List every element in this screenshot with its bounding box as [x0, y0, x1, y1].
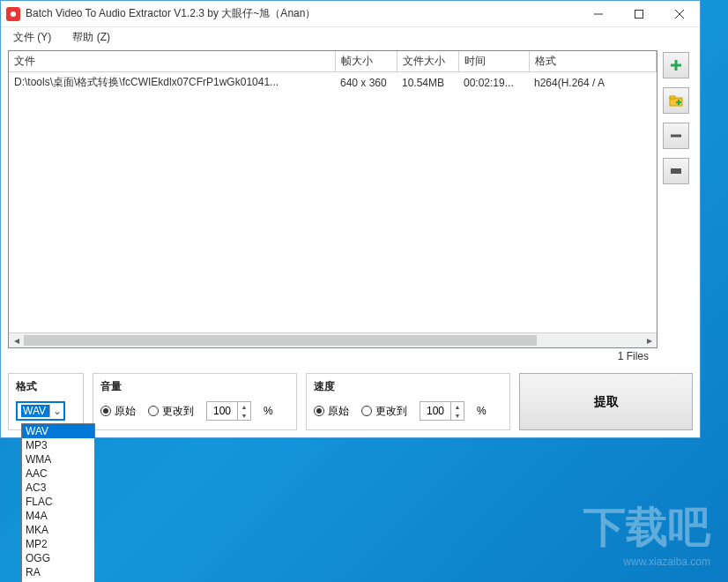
col-frame[interactable]: 帧大小	[335, 51, 397, 72]
menu-file[interactable]: 文件 (Y)	[10, 28, 55, 47]
volume-group: 音量 原始 更改到 ▲ ▼ %	[93, 373, 297, 430]
cell-file: D:\tools\桌面\格式转换\fcCWIEkdlx07CFrP1wGk010…	[9, 72, 335, 93]
format-group: 格式 WAV ⌄	[8, 373, 84, 430]
scroll-right-icon[interactable]: ▸	[642, 333, 657, 348]
speed-group: 速度 原始 更改到 ▲ ▼ %	[306, 373, 510, 430]
col-file[interactable]: 文件	[9, 51, 335, 72]
watermark-main: 下载吧	[583, 499, 710, 556]
bottom-panel: 格式 WAV ⌄ 音量 原始 更改到 ▲	[1, 369, 700, 437]
format-option[interactable]: AC3	[22, 481, 94, 495]
extract-button[interactable]: 提取	[519, 373, 693, 430]
titlebar: Batch Video To Audio Extractor V1.2.3 by…	[1, 1, 700, 27]
col-format[interactable]: 格式	[529, 51, 657, 72]
watermark-sub: www.xiazaiba.com	[623, 556, 710, 568]
radio-dot-icon	[148, 406, 159, 416]
format-option[interactable]: MKA	[22, 523, 94, 537]
speed-changeto-text: 更改到	[375, 404, 407, 419]
maximize-button[interactable]	[619, 1, 659, 26]
spinner-down-icon[interactable]: ▼	[238, 411, 250, 420]
format-option[interactable]: AAC	[22, 466, 94, 481]
format-option[interactable]: M4A	[22, 509, 94, 523]
volume-original-text: 原始	[115, 404, 136, 419]
cell-frame: 640 x 360	[335, 72, 397, 93]
extract-button-text: 提取	[594, 394, 619, 410]
volume-label: 音量	[100, 379, 289, 394]
app-icon	[6, 7, 20, 21]
volume-spinner[interactable]: ▲ ▼	[206, 401, 251, 421]
radio-dot-icon	[314, 406, 324, 416]
folder-plus-icon	[669, 93, 683, 108]
cell-filesize: 10.54MB	[397, 72, 458, 93]
format-option[interactable]: MP3	[22, 438, 94, 452]
speed-spinner[interactable]: ▲ ▼	[420, 401, 464, 421]
svg-rect-11	[671, 168, 681, 174]
volume-spinner-arrows: ▲ ▼	[237, 402, 250, 420]
minus-icon	[669, 129, 683, 143]
format-select[interactable]: WAV ⌄	[16, 401, 65, 421]
minimize-icon	[594, 10, 603, 19]
speed-spinner-arrows: ▲ ▼	[450, 402, 464, 420]
table-row[interactable]: D:\tools\桌面\格式转换\fcCWIEkdlx07CFrP1wGk010…	[9, 72, 657, 93]
volume-changeto-radio[interactable]: 更改到	[148, 404, 194, 419]
volume-percent: %	[264, 405, 273, 417]
spinner-down-icon[interactable]: ▼	[451, 411, 464, 420]
scroll-thumb[interactable]	[24, 335, 537, 346]
speed-label: 速度	[314, 379, 502, 394]
format-selected-value: WAV	[21, 405, 49, 417]
add-folder-button[interactable]	[663, 87, 689, 114]
file-table-wrap: 文件 帧大小 文件大小 时间 格式 D:\tools\桌面\格式转换\fcCWI…	[8, 50, 657, 348]
window-title: Batch Video To Audio Extractor V1.2.3 by…	[26, 6, 578, 21]
close-icon	[675, 10, 684, 19]
scroll-left-icon[interactable]: ◂	[9, 333, 24, 348]
window-buttons	[578, 1, 700, 26]
clear-button[interactable]	[663, 158, 689, 184]
minimize-button[interactable]	[578, 1, 619, 26]
maximize-icon	[635, 10, 643, 19]
format-label: 格式	[16, 379, 76, 394]
spinner-up-icon[interactable]: ▲	[451, 402, 464, 411]
add-file-button[interactable]	[663, 52, 689, 78]
speed-original-radio[interactable]: 原始	[314, 404, 349, 419]
format-dropdown-list[interactable]: WAVMP3WMAAACAC3FLACM4AMKAMP2OGGRAAIFAIFF…	[21, 423, 95, 582]
speed-percent: %	[477, 405, 487, 417]
volume-changeto-text: 更改到	[162, 404, 194, 419]
close-button[interactable]	[659, 1, 700, 26]
format-option[interactable]: MP2	[22, 537, 94, 551]
clear-icon	[669, 164, 683, 178]
radio-dot-icon	[361, 406, 372, 416]
volume-input[interactable]	[207, 405, 237, 417]
format-option[interactable]: RA	[22, 565, 94, 579]
col-filesize[interactable]: 文件大小	[397, 51, 458, 72]
speed-original-text: 原始	[328, 404, 349, 419]
format-option[interactable]: WAV	[22, 424, 94, 438]
volume-original-radio[interactable]: 原始	[100, 404, 136, 419]
menu-help[interactable]: 帮助 (Z)	[69, 28, 114, 47]
status-files: 1 Files	[8, 348, 657, 366]
content-area: 文件 帧大小 文件大小 时间 格式 D:\tools\桌面\格式转换\fcCWI…	[1, 47, 700, 369]
format-option[interactable]: FLAC	[22, 495, 94, 509]
svg-rect-7	[670, 96, 675, 99]
file-table: 文件 帧大小 文件大小 时间 格式 D:\tools\桌面\格式转换\fcCWI…	[9, 51, 657, 93]
app-window: Batch Video To Audio Extractor V1.2.3 by…	[0, 0, 701, 438]
speed-input[interactable]	[420, 405, 450, 417]
remove-button[interactable]	[663, 123, 689, 149]
svg-rect-1	[635, 10, 643, 18]
side-buttons	[663, 50, 693, 366]
table-header-row: 文件 帧大小 文件大小 时间 格式	[9, 51, 657, 72]
col-time[interactable]: 时间	[458, 51, 529, 72]
spinner-up-icon[interactable]: ▲	[238, 402, 250, 411]
cell-time: 00:02:19...	[458, 72, 529, 93]
format-option[interactable]: WMA	[22, 452, 94, 466]
chevron-down-icon: ⌄	[49, 405, 63, 417]
horizontal-scrollbar[interactable]: ◂ ▸	[9, 332, 657, 347]
speed-changeto-radio[interactable]: 更改到	[361, 404, 407, 419]
scroll-track[interactable]	[24, 333, 642, 347]
volume-radio-row: 原始 更改到 ▲ ▼ %	[100, 401, 289, 421]
menubar: 文件 (Y) 帮助 (Z)	[1, 27, 700, 47]
speed-radio-row: 原始 更改到 ▲ ▼ %	[314, 401, 502, 421]
plus-icon	[669, 58, 683, 72]
left-column: 文件 帧大小 文件大小 时间 格式 D:\tools\桌面\格式转换\fcCWI…	[8, 50, 657, 366]
cell-format: h264(H.264 / A	[529, 72, 657, 93]
radio-dot-icon	[100, 406, 111, 416]
format-option[interactable]: OGG	[22, 551, 94, 565]
